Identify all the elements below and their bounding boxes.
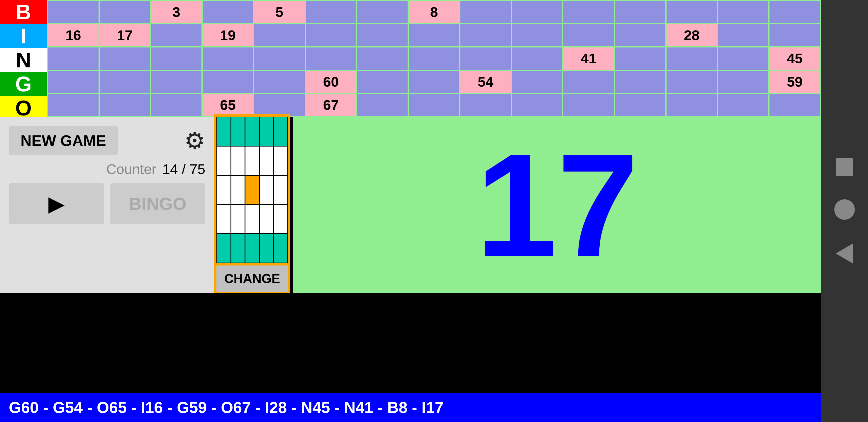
grid-cell [615,71,665,93]
grid-cell [666,71,717,93]
grid-cell: 65 [203,94,253,116]
settings-icon[interactable]: ⚙ [184,127,205,155]
grid-cell [151,24,202,46]
new-game-button[interactable]: NEW GAME [9,126,118,155]
letter-n: N [0,48,47,72]
grid-cell [409,47,459,69]
letter-i: I [0,24,47,48]
grid-cell [512,94,562,116]
letter-g: G [0,72,47,96]
grid-cell [48,94,98,116]
mini-card-cell [217,234,230,263]
counter-row: Counter 14 / 75 [9,161,205,177]
grid-cell [409,94,459,116]
grid-cell [409,71,459,93]
mini-card-cell [245,205,259,233]
grid-cell [357,47,408,69]
mini-card-cell [231,234,245,263]
grid-cell [770,1,820,23]
grid-cell [48,71,98,93]
mini-card-cell [245,176,259,204]
nav-circle-button[interactable] [834,199,855,220]
grid-cell [460,24,511,46]
play-icon: ▶ [49,191,64,216]
mini-card-cell [260,234,273,263]
grid-cell [512,1,562,23]
mini-card-cell [217,205,230,233]
mini-card-cell [274,117,287,145]
game-container: B I N G O 3581617192841456054596567 NEW … [0,0,868,422]
grid-cell [203,47,253,69]
grid-cell [254,47,305,69]
grid-cell [615,94,665,116]
letter-o: O [0,96,47,120]
top-controls: NEW GAME ⚙ [9,126,205,155]
counter-label: Counter [106,161,156,177]
grid-cell [563,24,614,46]
grid-cell [357,1,408,23]
grid-cell [100,47,150,69]
grid-cell [48,47,98,69]
grid-cell [306,24,356,46]
grid-cell [306,47,356,69]
grid-cell [357,24,408,46]
grid-cell [100,1,150,23]
grid-cell [254,71,305,93]
grid-cell [512,24,562,46]
grid-cell [666,1,717,23]
grid-cell [770,24,820,46]
grid-cell [100,94,150,116]
grid-cell: 59 [770,71,820,93]
grid-cell [254,94,305,116]
mini-card-cell [274,176,287,204]
mini-card-cell [231,117,245,145]
grid-cell: 45 [770,47,820,69]
control-area: NEW GAME ⚙ Counter 14 / 75 ▶ BINGO [0,117,214,293]
grid-cell [615,24,665,46]
right-nav [821,0,868,422]
mini-card-cell [245,234,259,263]
grid-cell [151,71,202,93]
mini-card-cell [245,117,259,145]
grid-cell: 8 [409,1,459,23]
number-grid: 3581617192841456054596567 [47,0,821,117]
mini-card-cell [260,205,273,233]
grid-cell [357,71,408,93]
grid-cell [203,71,253,93]
mini-card-cell [274,234,287,263]
ticker-text: G60 - G54 - O65 - I16 - G59 - O67 - I28 … [9,398,444,416]
grid-cell: 5 [254,1,305,23]
nav-square-button[interactable] [836,158,853,176]
play-button[interactable]: ▶ [9,183,104,224]
mini-card-cell [260,176,273,204]
grid-cell [460,94,511,116]
bingo-button[interactable]: BINGO [110,183,205,224]
change-button[interactable]: CHANGE [216,265,288,292]
grid-cell [718,24,769,46]
grid-cell [615,1,665,23]
grid-cell [409,24,459,46]
grid-cell [718,71,769,93]
mini-card-cell [231,147,245,175]
grid-cell [666,94,717,116]
grid-cell [48,1,98,23]
grid-cell: 67 [306,94,356,116]
mini-card-cell [274,205,287,233]
grid-cell [718,1,769,23]
grid-cell [563,1,614,23]
mini-card-cell [274,147,287,175]
counter-value: 14 / 75 [162,161,205,177]
grid-cell: 17 [100,24,150,46]
mini-card-cell [245,147,259,175]
nav-back-button[interactable] [836,243,853,264]
mini-card-cell [260,147,273,175]
grid-cell: 28 [666,24,717,46]
grid-cell [151,94,202,116]
grid-cell [718,47,769,69]
grid-cell: 16 [48,24,98,46]
mini-card-area: CHANGE [214,114,290,293]
mini-card-cell [231,176,245,204]
grid-cell [666,47,717,69]
grid-cell [512,47,562,69]
grid-cell: 19 [203,24,253,46]
